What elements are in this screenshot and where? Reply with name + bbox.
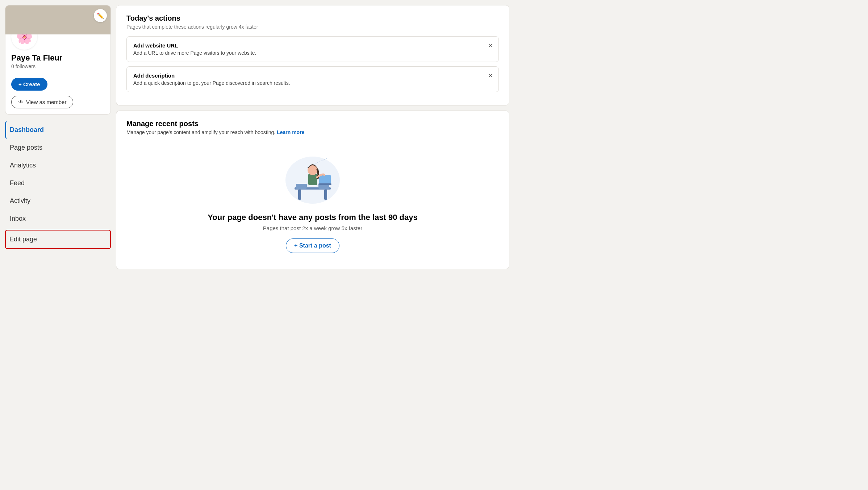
- sidebar-label-edit-page: Edit page: [9, 236, 37, 243]
- dismiss-description-button[interactable]: ×: [488, 72, 493, 79]
- todays-actions-title: Today's actions: [126, 14, 499, 22]
- logo-area: 🌸 Paye Ta Fleur 0 followers + Create 👁 V…: [5, 24, 110, 114]
- todays-actions-subtitle: Pages that complete these actions regula…: [126, 24, 499, 30]
- svg-rect-4: [296, 184, 307, 189]
- sidebar-item-feed[interactable]: Feed: [5, 174, 111, 192]
- sidebar-label-page-posts: Page posts: [10, 144, 42, 151]
- eye-icon: 👁: [18, 99, 24, 105]
- empty-posts-illustration: [276, 148, 349, 205]
- sidebar: ✏️ 🌸 Paye Ta Fleur 0 followers + Create …: [0, 0, 116, 490]
- sidebar-item-page-posts[interactable]: Page posts: [5, 139, 111, 157]
- svg-rect-2: [298, 190, 301, 200]
- manage-posts-card: Manage recent posts Manage your page's c…: [116, 111, 509, 269]
- sidebar-item-activity[interactable]: Activity: [5, 192, 111, 210]
- view-as-member-button[interactable]: 👁 View as member: [11, 96, 73, 108]
- sidebar-label-feed: Feed: [10, 179, 25, 187]
- sidebar-label-dashboard: Dashboard: [10, 126, 44, 134]
- sidebar-card: ✏️ 🌸 Paye Ta Fleur 0 followers + Create …: [5, 5, 111, 115]
- empty-posts-area: Your page doesn't have any posts from th…: [126, 144, 499, 260]
- action-item-website-title: Add website URL: [133, 42, 492, 49]
- action-item-website-desc: Add a URL to drive more Page visitors to…: [133, 50, 492, 56]
- action-item-description-desc: Add a quick description to get your Page…: [133, 80, 492, 86]
- sidebar-item-dashboard[interactable]: Dashboard: [5, 121, 111, 139]
- svg-rect-8: [319, 175, 331, 184]
- empty-posts-desc: Pages that post 2x a week grow 5x faster: [263, 225, 362, 231]
- todays-actions-card: Today's actions Pages that complete thes…: [116, 5, 509, 105]
- sidebar-label-analytics: Analytics: [10, 162, 36, 169]
- manage-posts-title: Manage recent posts: [126, 120, 499, 128]
- sidebar-label-activity: Activity: [10, 197, 30, 205]
- dismiss-website-button[interactable]: ×: [488, 42, 493, 49]
- manage-posts-subtitle: Manage your page's content and amplify y…: [126, 129, 499, 135]
- sidebar-item-inbox[interactable]: Inbox: [5, 210, 111, 228]
- action-item-description: Add description Add a quick description …: [126, 66, 499, 92]
- cover-photo: ✏️: [5, 5, 110, 34]
- edit-cover-button[interactable]: ✏️: [94, 9, 107, 22]
- view-member-label: View as member: [26, 99, 66, 105]
- sidebar-item-analytics[interactable]: Analytics: [5, 157, 111, 174]
- sidebar-item-edit-page[interactable]: Edit page: [5, 230, 111, 249]
- sidebar-label-inbox: Inbox: [10, 215, 26, 223]
- action-item-description-title: Add description: [133, 72, 492, 79]
- create-button[interactable]: + Create: [11, 78, 47, 91]
- action-item-website: Add website URL Add a URL to drive more …: [126, 36, 499, 62]
- empty-posts-title: Your page doesn't have any posts from th…: [208, 213, 417, 222]
- svg-rect-3: [324, 190, 327, 200]
- svg-rect-6: [308, 174, 317, 185]
- start-post-button[interactable]: + Start a post: [286, 238, 339, 253]
- followers-count: 0 followers: [11, 63, 105, 69]
- learn-more-link[interactable]: Learn more: [277, 129, 304, 135]
- svg-rect-9: [318, 183, 331, 185]
- sidebar-nav: Dashboard Page posts Analytics Feed Acti…: [0, 121, 116, 249]
- page-name: Paye Ta Fleur: [11, 53, 105, 63]
- main-content: Today's actions Pages that complete thes…: [116, 0, 514, 490]
